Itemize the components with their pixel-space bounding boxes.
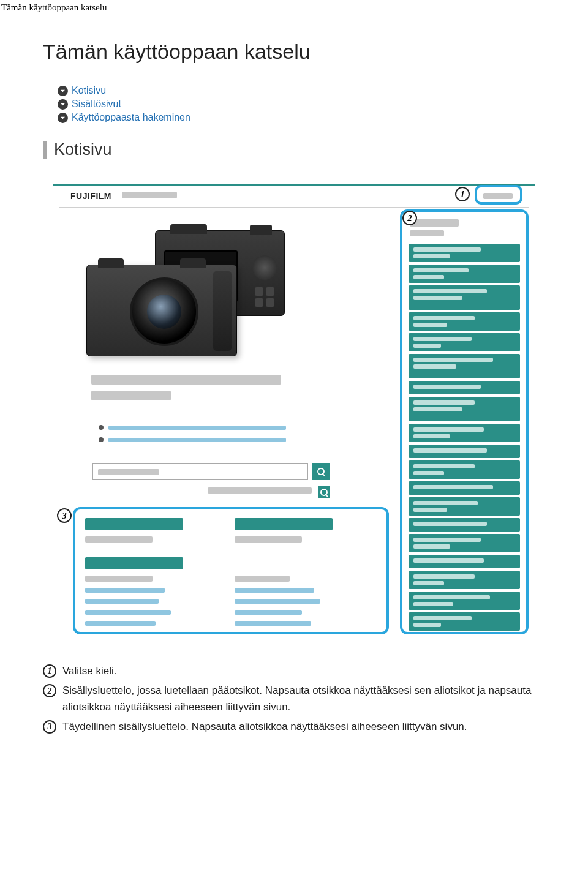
anchor-link-list: Kotisivu Sisältösivut Käyttöoppaasta hak… bbox=[58, 85, 545, 123]
legend-text: Täydellinen sisällysluettelo. Napsauta a… bbox=[62, 719, 545, 735]
running-header: Tämän käyttöoppaan katselu bbox=[0, 0, 588, 15]
legend-number-badge: 2 bbox=[43, 684, 56, 697]
homepage-diagram: FUJIFILM 1 2 bbox=[43, 176, 545, 647]
callout-badge-2: 2 bbox=[402, 211, 417, 225]
anchor-link-item: Kotisivu bbox=[58, 85, 545, 96]
search-button-placeholder bbox=[312, 463, 330, 480]
legend-number-badge: 1 bbox=[43, 664, 56, 678]
search-icon bbox=[317, 468, 325, 475]
page-title: Tämän käyttöoppaan katselu bbox=[43, 40, 545, 64]
camera-illustration bbox=[86, 230, 288, 353]
down-arrow-icon bbox=[58, 86, 68, 96]
link-sisaltosivut[interactable]: Sisältösivut bbox=[72, 99, 121, 110]
link-hakeminen[interactable]: Käyttöoppaasta hakeminen bbox=[72, 112, 190, 123]
callout-box-2 bbox=[400, 209, 529, 634]
legend-row: 2 Sisällysluettelo, jossa luetellaan pää… bbox=[43, 683, 545, 715]
down-arrow-icon bbox=[58, 99, 68, 110]
legend-text: Valitse kieli. bbox=[62, 663, 545, 679]
search-field-placeholder bbox=[92, 463, 308, 480]
placeholder-text-line bbox=[91, 391, 171, 400]
search-icon bbox=[320, 489, 328, 496]
callout-box-3 bbox=[73, 507, 389, 634]
bullet-link-row bbox=[99, 425, 286, 430]
legend-row: 3 Täydellinen sisällysluettelo. Napsauta… bbox=[43, 719, 545, 735]
diagram-logo: FUJIFILM bbox=[70, 191, 111, 201]
section-heading: Kotisivu bbox=[43, 140, 545, 163]
language-selector-placeholder bbox=[483, 193, 513, 199]
anchor-link-item: Käyttöoppaasta hakeminen bbox=[58, 112, 545, 123]
bullet-link-row bbox=[99, 437, 286, 442]
search-placeholder-text bbox=[98, 469, 159, 475]
diagram-inner: FUJIFILM 1 2 bbox=[48, 181, 540, 642]
section-heading-text: Kotisivu bbox=[54, 140, 112, 159]
bullet-dot-icon bbox=[99, 425, 104, 430]
bullet-link-placeholder bbox=[108, 426, 286, 430]
main-content: Tämän käyttöoppaan katselu Kotisivu Sisä… bbox=[0, 15, 588, 763]
sidebar-header-line bbox=[410, 230, 444, 236]
callout-badge-1: 1 bbox=[455, 187, 470, 201]
anchor-link-item: Sisältösivut bbox=[58, 99, 545, 110]
diagram-legend: 1 Valitse kieli. 2 Sisällysluettelo, jos… bbox=[43, 663, 545, 735]
diagram-logo-subtext bbox=[122, 192, 177, 198]
heading-accent-bar bbox=[43, 141, 47, 159]
callout-badge-3: 3 bbox=[57, 508, 72, 523]
legend-row: 1 Valitse kieli. bbox=[43, 663, 545, 679]
diagram-divider bbox=[59, 207, 529, 208]
legend-number-badge: 3 bbox=[43, 720, 56, 734]
down-arrow-icon bbox=[58, 113, 68, 123]
bullet-dot-icon bbox=[99, 437, 104, 442]
search-button-small-placeholder bbox=[318, 486, 330, 498]
link-kotisivu[interactable]: Kotisivu bbox=[72, 85, 106, 96]
bullet-link-placeholder bbox=[108, 438, 286, 442]
camera-front bbox=[86, 265, 237, 356]
callout-box-1 bbox=[475, 185, 522, 205]
search-subtext-placeholder bbox=[208, 487, 312, 494]
title-underline bbox=[43, 70, 545, 70]
legend-text: Sisällysluettelo, jossa luetellaan pääot… bbox=[62, 683, 545, 715]
sidebar-header-line bbox=[410, 219, 459, 227]
placeholder-text-line bbox=[91, 375, 281, 385]
